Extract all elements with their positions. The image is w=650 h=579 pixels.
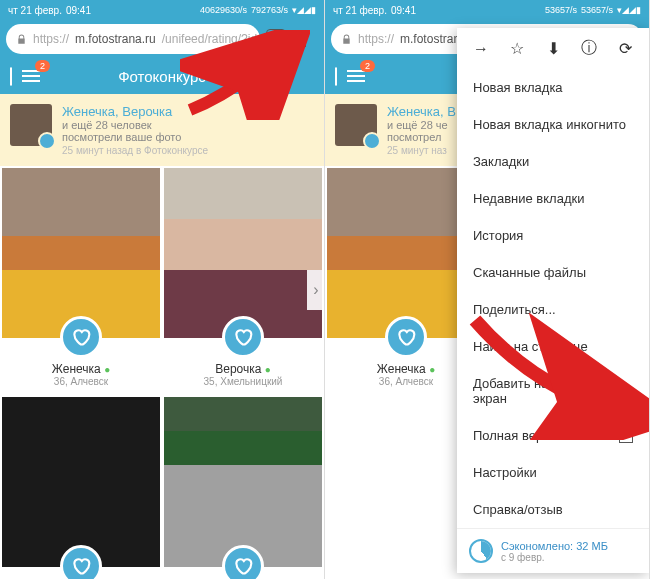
heart-icon	[71, 327, 91, 347]
photo-card[interactable]: Юля ●	[0, 395, 162, 579]
message-icon	[335, 67, 337, 86]
data-saver-icon	[469, 539, 493, 563]
photo-card[interactable]: Женечка ●36, Алчевск	[0, 166, 162, 395]
browser-menu-popup: → ☆ ⬇ ⓘ ⟳ Новая вкладка Новая вкладка ин…	[457, 28, 649, 573]
eye-icon	[38, 132, 56, 150]
menu-info-button[interactable]: ⓘ	[579, 38, 599, 59]
card-location: 35, Хмельницкий	[164, 376, 322, 387]
notification-banner[interactable]: Женечка, Верочка и ещё 28 человек посмот…	[0, 94, 324, 166]
url-input[interactable]: https://m.fotostrana.ru/unifeed/rating/?…	[6, 24, 260, 54]
menu-item-incognito[interactable]: Новая вкладка инкогнито	[457, 106, 649, 143]
card-name: Верочка	[215, 362, 261, 376]
notification-subtitle: и ещё 28 человек	[62, 119, 208, 131]
card-name: Женечка	[52, 362, 101, 376]
menu-item-recent-tabs[interactable]: Недавние вкладки	[457, 180, 649, 217]
notification-title: Женечка, В	[387, 104, 456, 119]
menu-download-button[interactable]: ⬇	[543, 39, 563, 58]
menu-item-help[interactable]: Справка/отзыв	[457, 491, 649, 528]
desktop-site-checkbox[interactable]	[619, 429, 633, 443]
status-bar: чт 21 февр. 09:41 53657/s53657/s▾◢◢▮	[325, 0, 649, 20]
photo-card[interactable]: Солнышко ●	[162, 395, 324, 579]
menu-reload-button[interactable]: ⟳	[615, 39, 635, 58]
menu-item-find[interactable]: Найти на странице	[457, 328, 649, 365]
heart-icon	[233, 556, 253, 576]
message-icon	[10, 67, 12, 86]
avatar	[335, 104, 377, 146]
heart-icon	[396, 327, 416, 347]
menu-item-settings[interactable]: Настройки	[457, 454, 649, 491]
menu-item-new-tab[interactable]: Новая вкладка	[457, 69, 649, 106]
photo-thumbnail	[164, 168, 322, 338]
notification-action: посмотрели ваше фото	[62, 131, 208, 143]
menu-data-saver[interactable]: Сэкономлено: 32 МБс 9 февр.	[457, 528, 649, 573]
heart-icon	[71, 556, 91, 576]
like-button[interactable]	[385, 316, 427, 358]
online-dot: ●	[104, 364, 110, 375]
url-protocol: https://	[358, 32, 394, 46]
messages-button[interactable]	[335, 68, 337, 85]
lock-icon	[16, 34, 27, 45]
page-header: 2 Фотоконкурс	[0, 58, 324, 94]
like-button[interactable]	[60, 316, 102, 358]
lock-icon	[341, 34, 352, 45]
url-protocol: https://	[33, 32, 69, 46]
notification-title: Женечка, Верочка	[62, 104, 208, 119]
menu-item-desktop-site[interactable]: Полная версия	[457, 417, 649, 454]
photo-grid: Женечка ●36, Алчевск Верочка ●35, Хмельн…	[0, 166, 324, 579]
menu-item-downloads[interactable]: Скачанные файлы	[457, 254, 649, 291]
photo-thumbnail	[164, 397, 322, 567]
tab-count-button[interactable]: 8	[266, 29, 286, 49]
notification-action: посмотрел	[387, 131, 456, 143]
menu-item-add-home[interactable]: Добавить на главный экран	[457, 365, 649, 417]
menu-button[interactable]: 2	[22, 68, 40, 85]
online-dot: ●	[265, 364, 271, 375]
avatar	[10, 104, 52, 146]
page-title: Фотоконкурс	[118, 68, 206, 85]
url-domain: m.fotostran	[400, 32, 460, 46]
like-button[interactable]	[222, 545, 264, 579]
messages-button[interactable]	[10, 68, 12, 85]
notification-meta: 25 минут наз	[387, 145, 456, 156]
card-location: 36, Алчевск	[2, 376, 160, 387]
like-button[interactable]	[222, 316, 264, 358]
notification-meta: 25 минут назад в Фотоконкурсе	[62, 145, 208, 156]
card-name: Женечка	[377, 362, 426, 376]
online-dot: ●	[429, 364, 435, 375]
status-bar: чт 21 февр. 09:41 40629630/s792763/s▾◢◢▮	[0, 0, 324, 20]
photo-thumbnail	[2, 168, 160, 338]
data-saver-since: с 9 февр.	[501, 552, 608, 563]
menu-bookmark-button[interactable]: ☆	[507, 39, 527, 58]
notification-subtitle: и ещё 28 че	[387, 119, 456, 131]
photo-card[interactable]: Верочка ●35, Хмельницкий	[162, 166, 324, 395]
like-button[interactable]	[60, 545, 102, 579]
notification-badge: 2	[35, 60, 50, 72]
phone-left: чт 21 февр. 09:41 40629630/s792763/s▾◢◢▮…	[0, 0, 325, 579]
url-domain: m.fotostrana.ru	[75, 32, 156, 46]
menu-item-bookmarks[interactable]: Закладки	[457, 143, 649, 180]
url-path: /unifeed/rating/?id=f	[162, 32, 260, 46]
menu-button[interactable]: 2	[347, 68, 365, 85]
menu-item-share[interactable]: Поделиться...	[457, 291, 649, 328]
menu-item-history[interactable]: История	[457, 217, 649, 254]
notification-badge: 2	[360, 60, 375, 72]
menu-back-button[interactable]: →	[471, 40, 491, 58]
phone-right: чт 21 февр. 09:41 53657/s53657/s▾◢◢▮ htt…	[325, 0, 650, 579]
browser-menu-button[interactable]: ⋮	[292, 28, 318, 50]
photo-thumbnail	[2, 397, 160, 567]
eye-icon	[363, 132, 381, 150]
data-saver-amount: Сэкономлено: 32 МБ	[501, 540, 608, 552]
next-page-button[interactable]: ›	[307, 270, 325, 310]
browser-toolbar: https://m.fotostrana.ru/unifeed/rating/?…	[0, 20, 324, 58]
heart-icon	[233, 327, 253, 347]
